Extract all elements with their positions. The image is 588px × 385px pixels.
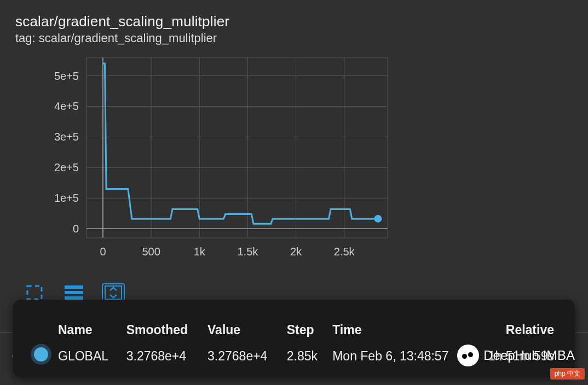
col-time: Time xyxy=(328,320,472,345)
svg-text:2.5k: 2.5k xyxy=(334,246,355,258)
svg-text:3e+5: 3e+5 xyxy=(54,131,79,143)
source-badge: php 中文 xyxy=(550,368,585,380)
col-relative: Relative xyxy=(472,320,558,345)
svg-text:5e+5: 5e+5 xyxy=(54,70,79,82)
fullscreen-icon[interactable] xyxy=(24,284,45,301)
svg-text:1k: 1k xyxy=(194,246,206,258)
svg-text:4e+5: 4e+5 xyxy=(54,100,79,112)
svg-rect-28 xyxy=(27,286,42,299)
chart-plot[interactable]: 01e+52e+53e+54e+55e+505001k1.5k2k2.5k xyxy=(15,53,399,266)
col-smoothed: Smoothed xyxy=(122,320,203,345)
chart-toolbar xyxy=(24,284,124,301)
svg-rect-30 xyxy=(65,291,83,294)
fit-domain-icon[interactable] xyxy=(103,284,124,301)
cell-value: 3.2768e+4 xyxy=(203,345,283,367)
svg-text:500: 500 xyxy=(142,246,160,258)
svg-text:2k: 2k xyxy=(290,246,302,258)
svg-text:1e+5: 1e+5 xyxy=(54,192,79,204)
watermark: DeepHub IMBA xyxy=(457,345,575,366)
col-value: Value xyxy=(203,320,283,345)
svg-rect-29 xyxy=(65,285,83,289)
cell-step: 2.85k xyxy=(283,345,328,367)
svg-point-27 xyxy=(374,215,382,223)
col-name: Name xyxy=(54,320,122,345)
svg-text:0: 0 xyxy=(73,223,79,235)
svg-text:2e+5: 2e+5 xyxy=(54,161,79,173)
svg-rect-26 xyxy=(87,57,388,238)
cell-name: GLOBAL xyxy=(54,345,122,367)
series-swatch-icon xyxy=(34,347,48,361)
svg-text:0: 0 xyxy=(100,246,106,258)
cell-time: Mon Feb 6, 13:48:57 xyxy=(328,345,472,367)
chart-header: scalar/gradient_scaling_mulitplier tag: … xyxy=(0,0,588,48)
col-step: Step xyxy=(283,320,328,345)
chart-title: scalar/gradient_scaling_mulitplier xyxy=(15,13,573,30)
cell-smoothed: 3.2768e+4 xyxy=(122,345,203,367)
chart-subtitle: tag: scalar/gradient_scaling_mulitplier xyxy=(15,31,573,45)
watermark-text: DeepHub IMBA xyxy=(483,348,575,363)
svg-text:1.5k: 1.5k xyxy=(237,246,258,258)
list-icon[interactable] xyxy=(64,284,84,301)
wechat-icon xyxy=(457,345,479,366)
